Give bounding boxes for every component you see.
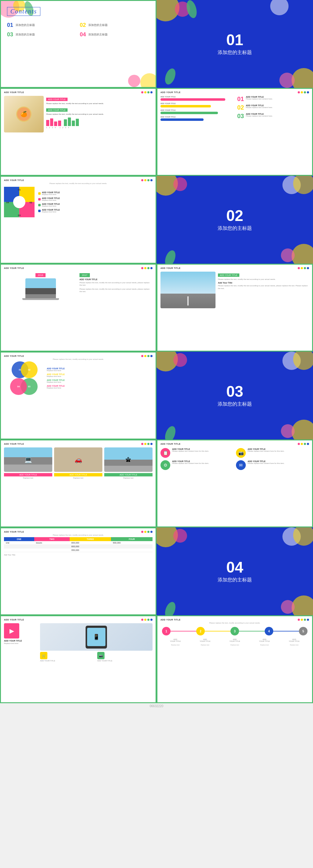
year-2016-section: 2016 [4, 272, 77, 300]
hbar-2 [161, 105, 211, 107]
hbar-label-3: ADD YOUR TITLE [161, 109, 232, 111]
d5a-3 [147, 267, 149, 269]
bar-4 [58, 121, 61, 126]
step-line-1 [171, 631, 196, 631]
contents-item-1: 01 添加您的主标题 [7, 22, 77, 28]
step-desc-4: ADDYOUR TITLE [250, 639, 279, 642]
hbar-item-1: ADD YOUR TITLE [161, 96, 232, 101]
d5b-1 [298, 267, 300, 269]
d5a-4 [150, 267, 152, 269]
add-title-5b-2: Add Your Title [218, 282, 309, 284]
bar-3 [54, 121, 57, 126]
d9b-2 [301, 619, 303, 621]
pie-d2: Replace text here [42, 199, 60, 201]
d6a-1 [141, 355, 143, 357]
bar-5 [64, 119, 67, 126]
step-5: 5 [299, 627, 308, 636]
contents-item-2: 02 添加您的主标题 [80, 22, 149, 28]
d5b-3 [304, 267, 306, 269]
step-text-1: Replace text [161, 644, 190, 646]
num-01: 01 [237, 96, 244, 102]
desc-5a: Please replace the text, modify the text… [80, 281, 152, 287]
road-image [161, 272, 216, 308]
desc-text-3a-2: Please replace the text, modify the text… [46, 113, 152, 115]
table-row-3: 950,000 [4, 549, 152, 552]
table-row-2: 800,000 [4, 545, 152, 549]
num-item-2: 02 ADD YOUR TITLE Please replace text co… [237, 104, 309, 111]
bar-1 [46, 120, 49, 126]
sub-6a: Please replace the text, modify accordin… [1, 358, 155, 360]
slide-section-02: 02 添加您的主标题 [156, 176, 313, 264]
td-1-3: 800,000 [70, 541, 111, 545]
tablet-image: 📱 [40, 623, 152, 651]
d7a-3 [147, 443, 149, 445]
dot-pink-3b [298, 91, 300, 93]
contents-num-4: 04 [80, 31, 86, 38]
slide9b-title: ADD YOUR TITLE [161, 619, 181, 621]
hbar-item-4: ADD YOUR TITLE [161, 116, 232, 121]
d3 [147, 179, 149, 181]
d2 [144, 179, 146, 181]
dot-green-3b [304, 91, 306, 93]
dots-7b [298, 443, 309, 445]
laptop-base [22, 298, 59, 300]
slide-8a: ADD YOUR TITLE Please replace the text, … [0, 527, 156, 615]
dots-7a [141, 443, 152, 445]
d9a-1 [141, 619, 143, 621]
contents-num-2: 02 [80, 22, 86, 28]
icon-title-3: ADD YOUR TITLE [172, 460, 209, 462]
card-desc-3: Replace text [104, 477, 152, 479]
pie-labels: ADD YOUR TITLE Replace text here ADD YOU… [38, 191, 152, 213]
section-03-number: 03 [226, 384, 243, 399]
d7b-3 [304, 443, 306, 445]
slide9a-title: ADD YOUR TITLE [4, 619, 24, 621]
td-2-4 [111, 545, 152, 549]
play-title: ADD YOUR TITLE [4, 640, 37, 642]
icon-circle-3: ⚙ [161, 460, 170, 470]
icon-circle-1: 📋 [161, 448, 170, 458]
d5a-1 [141, 267, 143, 269]
tablet-section: 📱 🛒 ADD YOUR TITLE 📷 ADD YOUR TITLE [40, 623, 152, 662]
food-image: 🍊 [4, 96, 44, 132]
dot-green [147, 91, 149, 93]
desc-5b-2: Please replace the text, modify the text… [218, 284, 309, 290]
pie-d1: Replace text here [42, 193, 60, 195]
td-1-1: one [4, 541, 34, 545]
dots-9a [141, 619, 152, 621]
step-3: 3 [230, 627, 239, 636]
dots-3a [141, 91, 152, 93]
slide-section-04: 04 添加您的主标题 [156, 527, 313, 615]
num-item-1: 01 ADD YOUR TITLE Please replace text co… [237, 96, 309, 102]
step-text-5: Replace text [279, 644, 309, 646]
slide-5a: ADD YOUR TITLE 2016 2017 ADD YOUR TITLE … [0, 264, 156, 351]
d7a-4 [150, 443, 152, 445]
row-2: Contents 01 添加您的主标题 02 添加您的主标题 03 添加您的主标… [0, 0, 313, 88]
play-desc: Replace text here [4, 643, 37, 644]
steps-container: 1 2 3 4 5 [158, 626, 312, 637]
dots-9b [298, 619, 309, 621]
play-button[interactable]: ▶ [4, 623, 19, 639]
d5a-2 [144, 267, 146, 269]
venn-item-3: ADD YOUR TITLE Replace text here [47, 379, 152, 383]
item-desc-1: Please replace text content here. [246, 98, 273, 100]
step-4: 4 [265, 627, 273, 636]
td-1-2: issues [34, 541, 70, 545]
step-line-2 [205, 631, 230, 631]
page-watermark: 06632220 [0, 703, 313, 709]
d6a-4 [150, 355, 152, 357]
icon-title-1: ADD YOUR TITLE [172, 448, 209, 450]
dots-6a [141, 355, 152, 357]
card-img-3: 🛣 [104, 447, 152, 472]
hbar-3 [161, 112, 218, 114]
extra-2: 📷 ADD YOUR TITLE [97, 652, 152, 662]
contents-text-3: 添加您的主标题 [16, 33, 35, 37]
hbar-label-1: ADD YOUR TITLE [161, 96, 232, 98]
year-2017-section: 2017 ADD YOUR TITLE Please replace the t… [80, 272, 152, 293]
d5b-4 [307, 267, 309, 269]
d7b-1 [298, 443, 300, 445]
d7a-2 [144, 443, 146, 445]
d7b-2 [301, 443, 303, 445]
icon-title-2: ADD YOUR TITLE [248, 448, 284, 450]
d9a-3 [147, 619, 149, 621]
venn-item-1: ADD YOUR TITLE Replace text here [47, 368, 152, 371]
